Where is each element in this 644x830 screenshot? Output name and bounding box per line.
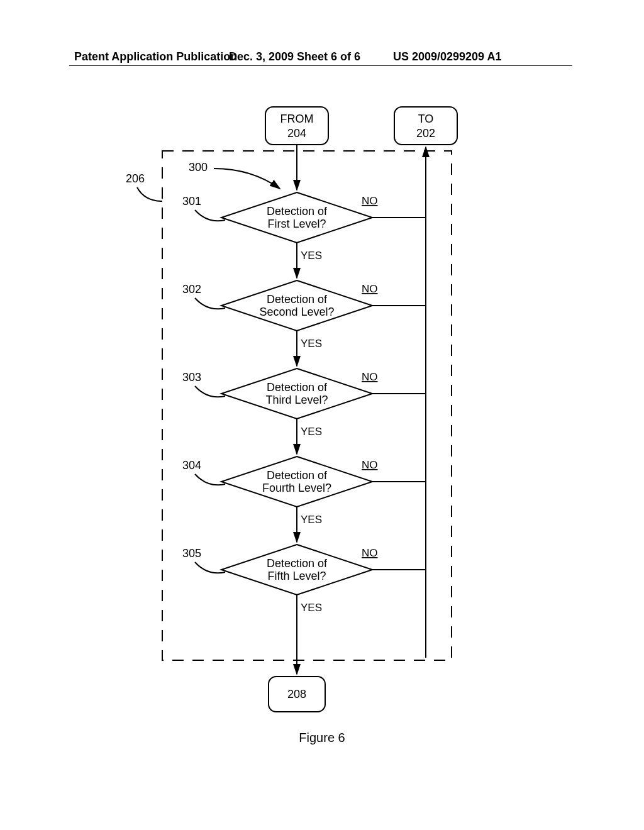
decision-d5-line1: Detection of xyxy=(267,557,328,570)
label-d5-yes: YES xyxy=(301,602,322,614)
leader-302 xyxy=(195,298,225,309)
label-d3-no: NO xyxy=(362,371,378,383)
label-d5-no: NO xyxy=(362,547,378,559)
terminal-to-line1: TO xyxy=(418,113,434,125)
leader-305 xyxy=(195,562,225,573)
ref-304: 304 xyxy=(182,459,201,472)
label-d2-no: NO xyxy=(362,283,378,295)
decision-d4-line2: Fourth Level? xyxy=(262,482,331,494)
label-d4-yes: YES xyxy=(301,514,322,526)
ref-206: 206 xyxy=(126,172,145,185)
label-d1-yes: YES xyxy=(301,250,322,262)
figure-label: Figure 6 xyxy=(0,731,644,745)
label-d3-yes: YES xyxy=(301,426,322,438)
label-d2-yes: YES xyxy=(301,338,322,350)
ref-300: 300 xyxy=(189,161,208,174)
terminal-exit-label: 208 xyxy=(287,688,306,700)
terminal-from-line1: FROM xyxy=(280,113,314,125)
ref-305: 305 xyxy=(182,547,201,560)
leader-303 xyxy=(195,386,225,397)
flowchart-svg: FROM 204 TO 202 Detection of First Level… xyxy=(0,0,644,830)
decision-d5-line2: Fifth Level? xyxy=(267,570,326,582)
ref-301: 301 xyxy=(182,195,201,208)
decision-d2-line2: Second Level? xyxy=(259,306,334,318)
leader-304 xyxy=(195,474,225,485)
terminal-from-line2: 204 xyxy=(287,127,306,140)
leader-206 xyxy=(137,187,162,201)
decision-d2-line1: Detection of xyxy=(267,293,328,306)
ref-303: 303 xyxy=(182,371,201,384)
decision-d3-line2: Third Level? xyxy=(265,394,328,406)
label-d1-no: NO xyxy=(362,195,378,207)
ref-302: 302 xyxy=(182,283,201,296)
leader-300 xyxy=(214,169,280,189)
decision-d1-line1: Detection of xyxy=(267,205,328,218)
decision-d3-line1: Detection of xyxy=(267,381,328,394)
leader-301 xyxy=(195,210,225,221)
terminal-to-line2: 202 xyxy=(416,127,435,140)
decision-d4-line1: Detection of xyxy=(267,469,328,482)
decision-d1-line2: First Level? xyxy=(267,218,326,230)
label-d4-no: NO xyxy=(362,459,378,471)
